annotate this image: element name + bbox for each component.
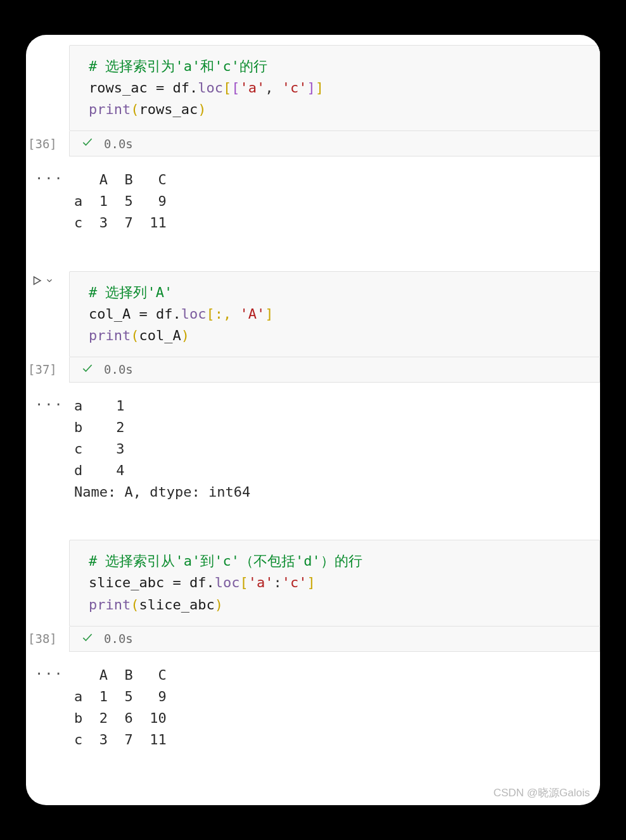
code-text: [ xyxy=(231,80,240,96)
code-text: 'A' xyxy=(240,306,265,322)
exec-count: [38] xyxy=(28,632,57,646)
code-comment: # 选择索引从'a'到'c'（不包括'd'）的行 xyxy=(89,553,362,569)
code-text: : xyxy=(273,575,281,590)
output-36: ··· A B C a 1 5 9 c 3 7 11 xyxy=(69,169,600,234)
code-text: rows_ac = df. xyxy=(89,80,198,96)
output-menu-icon[interactable]: ··· xyxy=(35,170,64,186)
code-text: 'a' xyxy=(240,80,265,96)
cell-36: # 选择索引为'a'和'c'的行 rows_ac = df.loc[['a', … xyxy=(26,45,600,234)
code-text: print xyxy=(89,328,131,343)
code-text: ] xyxy=(265,306,273,322)
code-text: rows_ac xyxy=(139,101,198,117)
code-text: ( xyxy=(131,597,139,613)
code-text: 'c' xyxy=(282,80,307,96)
code-text: ] xyxy=(316,80,324,96)
code-text: [ xyxy=(223,80,231,96)
notebook-panel: # 选择索引为'a'和'c'的行 rows_ac = df.loc[['a', … xyxy=(26,35,600,805)
code-text: [:, xyxy=(206,306,240,322)
exec-count: [36] xyxy=(28,137,57,151)
checkmark-icon xyxy=(81,362,94,378)
code-text: loc xyxy=(181,306,207,322)
code-text: 'a' xyxy=(248,575,274,590)
duration-text: 0.0s xyxy=(104,362,133,376)
code-input-37[interactable]: # 选择列'A' col_A = df.loc[:, 'A'] print(co… xyxy=(69,271,600,357)
duration-text: 0.0s xyxy=(104,137,133,151)
code-input-38[interactable]: # 选择索引从'a'到'c'（不包括'd'）的行 slice_abc = df.… xyxy=(69,540,600,626)
code-text: ) xyxy=(181,328,189,343)
duration-text: 0.0s xyxy=(104,632,133,646)
code-text: ( xyxy=(131,328,139,343)
output-37: ··· a 1 b 2 c 3 d 4 Name: A, dtype: int6… xyxy=(69,395,600,503)
code-text: 'c' xyxy=(282,575,307,590)
output-38: ··· A B C a 1 5 9 b 2 6 10 c 3 7 11 xyxy=(69,665,600,751)
checkmark-icon xyxy=(81,136,94,151)
code-text: loc xyxy=(215,575,240,590)
cell-37: # 选择列'A' col_A = df.loc[:, 'A'] print(co… xyxy=(26,271,600,504)
code-text: loc xyxy=(198,80,223,96)
code-text: ) xyxy=(198,101,206,117)
cell-38: # 选择索引从'a'到'c'（不包括'd'）的行 slice_abc = df.… xyxy=(26,540,600,751)
svg-marker-0 xyxy=(34,277,41,284)
code-text: print xyxy=(89,101,131,117)
code-text: print xyxy=(89,597,131,613)
code-text: [ xyxy=(240,575,248,590)
output-menu-icon[interactable]: ··· xyxy=(35,666,64,682)
code-comment: # 选择索引为'a'和'c'的行 xyxy=(89,58,267,74)
code-text: ) xyxy=(215,597,223,613)
output-text: A B C a 1 5 9 c 3 7 11 xyxy=(69,169,600,234)
watermark: CSDN @晓源Galois xyxy=(494,786,590,800)
code-text: ] xyxy=(307,80,315,96)
output-menu-icon[interactable]: ··· xyxy=(35,397,64,412)
code-comment: # 选择列'A' xyxy=(89,284,172,300)
code-text: col_A = df. xyxy=(89,306,181,322)
status-bar: [37] 0.0s xyxy=(69,357,600,383)
code-text: slice_abc xyxy=(139,597,214,613)
code-text: col_A xyxy=(139,328,181,343)
code-text: slice_abc = df. xyxy=(89,575,215,590)
exec-count: [37] xyxy=(28,362,57,376)
output-text: a 1 b 2 c 3 d 4 Name: A, dtype: int64 xyxy=(69,395,600,503)
status-bar: [36] 0.0s xyxy=(69,131,600,156)
code-text: ] xyxy=(307,575,315,590)
code-input-36[interactable]: # 选择索引为'a'和'c'的行 rows_ac = df.loc[['a', … xyxy=(69,45,600,131)
checkmark-icon xyxy=(81,631,94,647)
code-text: , xyxy=(265,80,282,96)
chevron-down-icon[interactable] xyxy=(45,276,54,285)
code-text: ( xyxy=(131,101,139,117)
run-cell-button[interactable] xyxy=(31,275,67,286)
output-text: A B C a 1 5 9 b 2 6 10 c 3 7 11 xyxy=(69,665,600,751)
status-bar: [38] 0.0s xyxy=(69,627,600,652)
